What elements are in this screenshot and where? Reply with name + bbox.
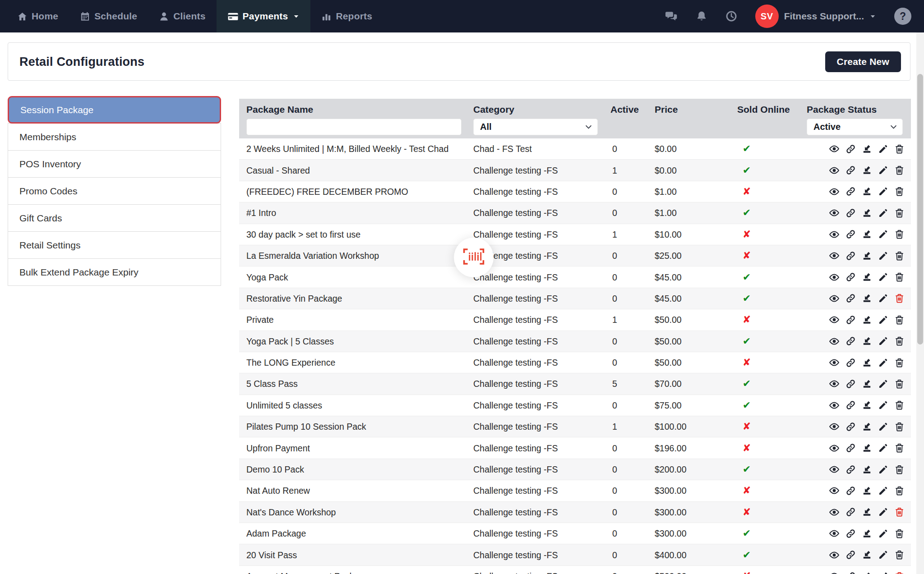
view-icon[interactable] (829, 378, 840, 389)
link-icon[interactable] (845, 144, 856, 154)
edit-icon[interactable] (878, 358, 888, 368)
import-icon[interactable] (862, 293, 872, 303)
import-icon[interactable] (862, 422, 872, 432)
delete-icon[interactable] (894, 571, 905, 574)
import-icon[interactable] (862, 315, 872, 325)
delete-icon[interactable] (894, 336, 905, 346)
nav-item-reports[interactable]: Reports (310, 0, 383, 32)
import-icon[interactable] (862, 165, 872, 175)
delete-icon[interactable] (894, 358, 905, 368)
import-icon[interactable] (862, 443, 872, 453)
link-icon[interactable] (845, 486, 856, 496)
sidebar-item-promo-codes[interactable]: Promo Codes (8, 177, 221, 205)
package-name-filter-input[interactable] (246, 119, 462, 135)
edit-icon[interactable] (878, 186, 888, 197)
import-icon[interactable] (862, 336, 872, 346)
edit-icon[interactable] (878, 144, 888, 154)
link-icon[interactable] (845, 358, 856, 368)
import-icon[interactable] (862, 550, 872, 560)
link-icon[interactable] (845, 400, 856, 410)
package-status-select[interactable]: Active (807, 119, 903, 135)
nav-item-home[interactable]: Home (6, 0, 69, 32)
import-icon[interactable] (862, 144, 872, 154)
import-icon[interactable] (862, 464, 872, 475)
scrollbar-thumb[interactable] (917, 74, 923, 344)
help-button[interactable]: ? (894, 8, 911, 25)
chat-icon[interactable] (665, 10, 678, 22)
delete-icon[interactable] (894, 400, 905, 410)
delete-icon[interactable] (894, 229, 905, 239)
import-icon[interactable] (862, 507, 872, 517)
view-icon[interactable] (829, 314, 840, 325)
view-icon[interactable] (829, 507, 840, 518)
view-icon[interactable] (829, 443, 840, 454)
import-icon[interactable] (862, 571, 872, 574)
delete-icon[interactable] (894, 272, 905, 282)
edit-icon[interactable] (878, 229, 888, 239)
edit-icon[interactable] (878, 507, 888, 517)
delete-icon[interactable] (894, 293, 905, 303)
import-icon[interactable] (862, 272, 872, 282)
delete-icon[interactable] (894, 486, 905, 496)
edit-icon[interactable] (878, 550, 888, 560)
create-new-button[interactable]: Create New (825, 51, 901, 72)
import-icon[interactable] (862, 400, 872, 410)
delete-icon[interactable] (894, 165, 905, 175)
view-icon[interactable] (829, 550, 840, 560)
delete-icon[interactable] (894, 528, 905, 539)
link-icon[interactable] (845, 229, 856, 239)
sidebar-item-retail-settings[interactable]: Retail Settings (8, 231, 221, 259)
clock-icon[interactable] (725, 10, 737, 22)
delete-icon[interactable] (894, 144, 905, 154)
import-icon[interactable] (862, 186, 872, 197)
edit-icon[interactable] (878, 443, 888, 453)
delete-icon[interactable] (894, 379, 905, 389)
edit-icon[interactable] (878, 422, 888, 432)
edit-icon[interactable] (878, 165, 888, 175)
view-icon[interactable] (829, 207, 840, 218)
nav-item-payments[interactable]: Payments (217, 0, 311, 32)
link-icon[interactable] (845, 165, 856, 175)
view-icon[interactable] (829, 186, 840, 197)
sidebar-item-memberships[interactable]: Memberships (8, 123, 221, 151)
link-icon[interactable] (845, 464, 856, 475)
delete-icon[interactable] (894, 550, 905, 560)
bell-icon[interactable] (696, 10, 707, 22)
delete-icon[interactable] (894, 443, 905, 453)
delete-icon[interactable] (894, 464, 905, 475)
link-icon[interactable] (845, 336, 856, 346)
nav-item-clients[interactable]: Clients (148, 0, 216, 32)
view-icon[interactable] (829, 528, 840, 539)
view-icon[interactable] (829, 571, 840, 574)
view-icon[interactable] (829, 421, 840, 432)
delete-icon[interactable] (894, 208, 905, 218)
delete-icon[interactable] (894, 315, 905, 325)
category-select[interactable]: All (473, 119, 598, 135)
link-icon[interactable] (845, 251, 856, 261)
view-icon[interactable] (829, 229, 840, 240)
view-icon[interactable] (829, 293, 840, 304)
delete-icon[interactable] (894, 186, 905, 197)
link-icon[interactable] (845, 571, 856, 574)
view-icon[interactable] (829, 165, 840, 176)
delete-icon[interactable] (894, 507, 905, 517)
link-icon[interactable] (845, 186, 856, 197)
edit-icon[interactable] (878, 400, 888, 410)
edit-icon[interactable] (878, 272, 888, 282)
nav-item-schedule[interactable]: Schedule (69, 0, 148, 32)
link-icon[interactable] (845, 208, 856, 218)
view-icon[interactable] (829, 336, 840, 347)
edit-icon[interactable] (878, 379, 888, 389)
edit-icon[interactable] (878, 464, 888, 475)
link-icon[interactable] (845, 315, 856, 325)
edit-icon[interactable] (878, 571, 888, 574)
import-icon[interactable] (862, 358, 872, 368)
import-icon[interactable] (862, 208, 872, 218)
view-icon[interactable] (829, 250, 840, 261)
view-icon[interactable] (829, 485, 840, 496)
user-menu[interactable]: SV Fitness Support... (755, 5, 876, 28)
link-icon[interactable] (845, 443, 856, 453)
view-icon[interactable] (829, 143, 840, 154)
link-icon[interactable] (845, 422, 856, 432)
edit-icon[interactable] (878, 336, 888, 346)
